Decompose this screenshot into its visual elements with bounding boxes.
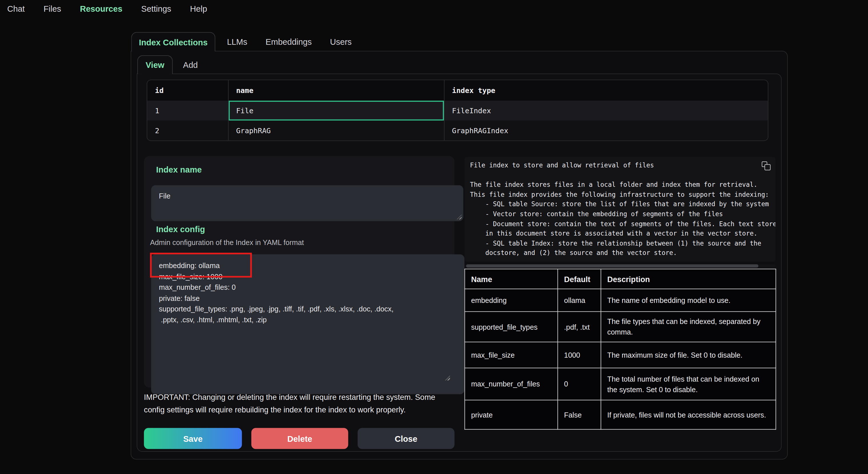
index-table-header-id: id [147, 80, 228, 101]
index-name-value: File [159, 192, 170, 200]
table-row: private False If private, files will not… [465, 400, 776, 430]
param-name: max_number_of_files [465, 368, 558, 400]
param-name: max_file_size [465, 342, 558, 368]
param-description: The maximum size of file. Set 0 to disab… [601, 342, 776, 368]
index-name-label: Index name [156, 165, 202, 174]
top-nav: Chat Files Resources Settings Help [7, 4, 207, 13]
param-default: 1000 [558, 342, 601, 368]
cell-type-graphragindex[interactable]: GraphRAGIndex [444, 121, 768, 141]
index-description-text: File index to store and allow retrieval … [465, 157, 776, 262]
param-description: The file types that can be indexed, sepa… [601, 312, 776, 342]
param-default: .pdf, .txt [558, 312, 601, 342]
main-tab-bar: LLMs Embeddings Users [227, 32, 352, 51]
param-description: The name of embedding model to use. [601, 289, 776, 311]
params-header-description: Description [601, 269, 776, 289]
table-row: 1 File FileIndex [147, 101, 768, 121]
delete-button[interactable]: Delete [251, 428, 348, 449]
param-name: private [465, 400, 558, 430]
table-row: supported_file_types .pdf, .txt The file… [465, 312, 776, 342]
param-name: supported_file_types [465, 312, 558, 342]
horizontal-scrollbar[interactable] [465, 264, 776, 268]
subtab-add[interactable]: Add [173, 55, 208, 74]
save-button[interactable]: Save [144, 428, 242, 449]
params-header-row: Name Default Description [465, 269, 776, 289]
tab-llms[interactable]: LLMs [227, 37, 247, 46]
tab-embeddings[interactable]: Embeddings [266, 37, 312, 46]
index-form-card: Index name File Index config Admin confi… [144, 156, 455, 387]
copy-icon[interactable] [762, 161, 771, 170]
resize-handle-icon[interactable] [457, 214, 461, 219]
scrollbar-thumb[interactable] [466, 264, 758, 268]
param-default: False [558, 400, 601, 430]
app-root: Chat Files Resources Settings Help Index… [0, 0, 868, 474]
table-row: embedding ollama The name of embedding m… [465, 289, 776, 311]
index-table-header-index-type: index type [444, 80, 768, 101]
params-table: Name Default Description embedding ollam… [465, 269, 776, 430]
table-row: max_number_of_files 0 The total number o… [465, 368, 776, 400]
important-note: IMPORTANT: Changing or deleting the inde… [144, 391, 457, 416]
nav-item-files[interactable]: Files [44, 4, 61, 13]
param-description: The total number of files that can be in… [601, 368, 776, 400]
index-config-textarea[interactable]: embedding: ollama max_file_size: 1000 ma… [151, 255, 464, 395]
params-header-default: Default [558, 269, 601, 289]
index-description-box: File index to store and allow retrieval … [465, 157, 776, 262]
tab-index-collections[interactable]: Index Collections [131, 32, 215, 51]
param-default: 0 [558, 368, 601, 400]
nav-item-chat[interactable]: Chat [7, 4, 25, 13]
index-table-header-row: id name index type [147, 80, 768, 101]
params-header-name: Name [465, 269, 558, 289]
cell-name-graphrag[interactable]: GraphRAG [228, 121, 444, 141]
table-row: max_file_size 1000 The maximum size of f… [465, 342, 776, 368]
index-table-header-name: name [228, 80, 444, 101]
nav-item-help[interactable]: Help [190, 4, 207, 13]
view-panel: id name index type 1 File FileIndex 2 Gr… [137, 74, 782, 452]
tab-users[interactable]: Users [330, 37, 352, 46]
close-button[interactable]: Close [358, 428, 454, 449]
index-table: id name index type 1 File FileIndex 2 Gr… [147, 79, 768, 141]
cell-name-file-selected[interactable]: File [228, 101, 444, 121]
index-config-label: Index config [156, 225, 205, 234]
index-config-info: Admin configuration of the Index in YAML… [150, 238, 304, 247]
cell-id-2[interactable]: 2 [147, 121, 228, 141]
cell-id-1[interactable]: 1 [147, 101, 228, 121]
index-info-column: File index to store and allow retrieval … [465, 157, 776, 430]
param-default: ollama [558, 289, 601, 311]
copy-icon-front-square [764, 164, 770, 170]
param-name: embedding [465, 289, 558, 311]
param-description: If private, files will not be accessible… [601, 400, 776, 430]
nav-item-resources[interactable]: Resources [80, 4, 123, 13]
form-actions: Save Delete Close [144, 428, 455, 449]
table-row: 2 GraphRAG GraphRAGIndex [147, 121, 768, 141]
nav-item-settings[interactable]: Settings [141, 4, 171, 13]
index-name-input[interactable]: File [151, 185, 463, 221]
cell-type-fileindex[interactable]: FileIndex [444, 101, 768, 121]
subtab-view[interactable]: View [137, 55, 173, 74]
